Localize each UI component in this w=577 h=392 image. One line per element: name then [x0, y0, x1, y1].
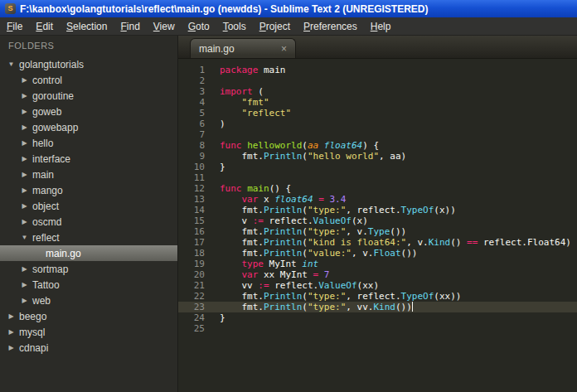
text-cursor	[412, 302, 414, 312]
menu-bar: FileEditSelectionFindViewGotoToolsProjec…	[0, 17, 577, 36]
line-content: fmt.Println("type:", reflect.TypeOf(x))	[220, 205, 456, 215]
menu-goto[interactable]: Goto	[182, 18, 216, 35]
line-content: fmt.Println("value:", v.Float())	[220, 248, 417, 259]
code-line-8[interactable]: 8func helloworld(aa float64) {	[178, 140, 577, 151]
sidebar-item-goweb[interactable]: goweb	[0, 104, 177, 119]
code-line-13[interactable]: 13 var x float64 = 3.4	[178, 194, 577, 205]
line-number: 2	[178, 75, 205, 86]
chevron-right-icon[interactable]	[18, 218, 31, 225]
code-line-15[interactable]: 15 v := reflect.ValueOf(x)	[178, 215, 577, 226]
code-line-10[interactable]: 10}	[178, 162, 577, 172]
sidebar-item-gowebapp[interactable]: gowebapp	[0, 119, 177, 135]
chevron-right-icon[interactable]	[18, 186, 31, 194]
sidebar-item-mysql[interactable]: mysql	[0, 324, 177, 340]
code-line-17[interactable]: 17 fmt.Println("kind is float64:", v.Kin…	[178, 237, 577, 248]
code-line-7[interactable]: 7	[178, 129, 577, 140]
code-line-14[interactable]: 14 fmt.Println("type:", reflect.TypeOf(x…	[178, 205, 577, 215]
code-line-20[interactable]: 20 var xx MyInt = 7	[178, 269, 577, 280]
code-line-4[interactable]: 4 "fmt"	[178, 97, 577, 108]
menu-preferences[interactable]: Preferences	[297, 18, 364, 35]
code-line-3[interactable]: 3import (	[178, 86, 577, 97]
code-line-1[interactable]: 1package main	[178, 65, 577, 75]
chevron-right-icon[interactable]	[5, 328, 17, 336]
sidebar-item-interface[interactable]: interface	[0, 151, 177, 167]
code-line-9[interactable]: 9 fmt.Println("hello world", aa)	[178, 151, 577, 162]
code-line-16[interactable]: 16 fmt.Println("type:", v.Type())	[178, 226, 577, 237]
menu-file[interactable]: File	[0, 18, 29, 35]
code-line-2[interactable]: 2	[178, 75, 577, 86]
tree-item-label: hello	[31, 138, 53, 149]
line-content: }	[220, 312, 225, 323]
menu-selection[interactable]: Selection	[60, 18, 114, 35]
line-content: func main() {	[220, 183, 291, 194]
chevron-right-icon[interactable]	[5, 344, 17, 351]
chevron-right-icon[interactable]	[18, 171, 31, 178]
code-line-23[interactable]: 23 fmt.Println("type:", vv.Kind())	[178, 302, 577, 312]
sidebar-item-beego[interactable]: beego	[0, 308, 177, 324]
line-number: 4	[178, 97, 205, 108]
menu-edit[interactable]: Edit	[29, 18, 60, 35]
editor-pane: main.go × 1package main23import (4 "fmt"…	[178, 36, 577, 392]
code-line-6[interactable]: 6)	[178, 119, 577, 129]
sidebar-item-cdnapi[interactable]: cdnapi	[0, 340, 177, 356]
chevron-right-icon[interactable]	[18, 123, 31, 131]
line-number: 19	[178, 259, 205, 269]
chevron-right-icon[interactable]	[18, 76, 31, 84]
tab-main-go[interactable]: main.go ×	[190, 38, 296, 58]
sidebar-item-sortmap[interactable]: sortmap	[0, 261, 177, 277]
tree-item-label: goweb	[31, 106, 61, 118]
menu-help[interactable]: Help	[364, 18, 398, 35]
line-content: fmt.Println("hello world", aa)	[220, 151, 406, 162]
sidebar-item-goroutine[interactable]: goroutine	[0, 88, 177, 104]
line-number: 1	[178, 65, 205, 75]
sidebar-item-mango[interactable]: mango	[0, 182, 177, 198]
chevron-right-icon[interactable]	[18, 139, 31, 147]
menu-find[interactable]: Find	[114, 18, 146, 35]
code-line-25[interactable]: 25	[178, 323, 577, 334]
line-content: "reflect"	[220, 108, 291, 119]
chevron-right-icon[interactable]	[5, 312, 17, 320]
line-number: 24	[178, 312, 205, 323]
menu-view[interactable]: View	[147, 18, 182, 35]
tab-label: main.go	[199, 43, 235, 55]
sidebar-item-main-go[interactable]: main.go	[0, 245, 177, 261]
sidebar-item-control[interactable]: control	[0, 72, 177, 88]
code-line-19[interactable]: 19 type MyInt int	[178, 259, 577, 269]
sidebar-item-main[interactable]: main	[0, 167, 177, 182]
sidebar-item-hello[interactable]: hello	[0, 135, 177, 151]
tab-close-icon[interactable]: ×	[268, 43, 287, 55]
code-line-11[interactable]: 11	[178, 172, 577, 183]
sidebar-item-oscmd[interactable]: oscmd	[0, 214, 177, 230]
tree-item-label: sortmap	[31, 264, 68, 275]
title-bar: S F:\kanbox\golangtutorials\reflect\main…	[0, 0, 577, 17]
code-line-18[interactable]: 18 fmt.Println("value:", v.Float())	[178, 248, 577, 259]
chevron-right-icon[interactable]	[18, 202, 31, 210]
chevron-down-icon[interactable]	[18, 234, 31, 241]
chevron-down-icon[interactable]	[5, 60, 17, 68]
chevron-right-icon[interactable]	[18, 297, 31, 304]
code-line-24[interactable]: 24}	[178, 312, 577, 323]
tree-item-label: web	[31, 295, 51, 307]
code-line-5[interactable]: 5 "reflect"	[178, 108, 577, 119]
code-line-12[interactable]: 12func main() {	[178, 183, 577, 194]
menu-project[interactable]: Project	[253, 18, 297, 35]
menu-tools[interactable]: Tools	[216, 18, 253, 35]
code-line-22[interactable]: 22 fmt.Println("type:", reflect.TypeOf(x…	[178, 291, 577, 302]
chevron-right-icon[interactable]	[18, 265, 31, 273]
chevron-right-icon[interactable]	[18, 108, 31, 115]
chevron-right-icon[interactable]	[18, 92, 31, 99]
chevron-right-icon[interactable]	[18, 155, 31, 162]
code-area[interactable]: 1package main23import (4 "fmt"5 "reflect…	[178, 59, 577, 392]
line-content: vv := reflect.ValueOf(xx)	[220, 280, 379, 291]
line-number: 18	[178, 248, 205, 259]
chevron-right-icon[interactable]	[18, 281, 31, 288]
sublime-text-window: S F:\kanbox\golangtutorials\reflect\main…	[0, 0, 577, 392]
sidebar-item-object[interactable]: object	[0, 198, 177, 214]
code-line-21[interactable]: 21 vv := reflect.ValueOf(xx)	[178, 280, 577, 291]
sidebar-item-golangtutorials[interactable]: golangtutorials	[0, 56, 177, 72]
sidebar-item-web[interactable]: web	[0, 293, 177, 308]
tree-item-label: gowebapp	[31, 122, 78, 133]
tree-item-label: main	[31, 169, 54, 181]
sidebar-item-reflect[interactable]: reflect	[0, 230, 177, 245]
sidebar-item-tattoo[interactable]: Tattoo	[0, 277, 177, 293]
